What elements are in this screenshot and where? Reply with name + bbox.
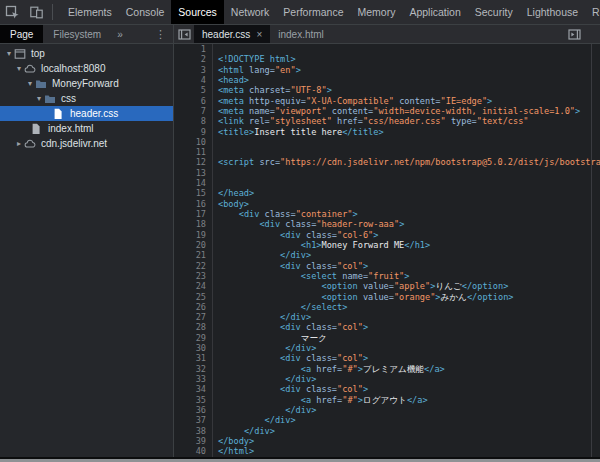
line-number[interactable]: 1 <box>174 44 213 54</box>
code-line: 28 <div class="col"> <box>174 322 600 332</box>
chevron-down-icon[interactable]: ▾ <box>14 65 24 73</box>
main-tab-application[interactable]: Application <box>402 0 467 24</box>
chevron-right-icon[interactable]: ▸ <box>14 140 24 148</box>
tree-item-moneyforward[interactable]: ▾MoneyForward <box>0 76 173 91</box>
line-number[interactable]: 40 <box>174 446 213 456</box>
code-line: 29 マーク <box>174 333 600 343</box>
code-line: 30 </div> <box>174 343 600 353</box>
tree-item-label: MoneyForward <box>52 78 119 89</box>
line-number[interactable]: 4 <box>174 75 213 85</box>
line-number[interactable]: 2 <box>174 54 213 64</box>
line-number[interactable]: 6 <box>174 96 213 106</box>
line-number[interactable]: 8 <box>174 116 213 126</box>
code-line: 17 <div class="container"> <box>174 209 600 219</box>
line-number[interactable]: 39 <box>174 436 213 446</box>
line-number[interactable]: 9 <box>174 127 213 137</box>
line-number[interactable]: 10 <box>174 137 213 147</box>
code-line: 6<meta http-equiv="X-UA-Compatible" cont… <box>174 96 600 106</box>
tree-item-header-css[interactable]: header.css <box>0 106 173 121</box>
tree-item-label: header.css <box>70 108 118 119</box>
close-tab-icon[interactable]: × <box>256 29 262 40</box>
main-tab-memory[interactable]: Memory <box>350 0 402 24</box>
inspect-icon[interactable] <box>0 0 24 24</box>
code-text: <div class="col"> <box>213 322 600 332</box>
chevron-down-icon[interactable]: ▾ <box>34 95 44 103</box>
line-number[interactable]: 30 <box>174 343 213 353</box>
navigator-tab-filesystem[interactable]: Filesystem <box>43 25 111 43</box>
line-number[interactable]: 23 <box>174 271 213 281</box>
code-text: <meta http-equiv="X-UA-Compatible" conte… <box>213 96 600 106</box>
tree-item-css[interactable]: ▾css <box>0 91 173 106</box>
cloud-icon <box>24 138 36 150</box>
chevron-down-icon[interactable]: ▾ <box>25 80 35 88</box>
editor-tab-label: header.css <box>202 29 250 40</box>
main-tab-lighthouse[interactable]: Lighthouse <box>520 0 585 24</box>
line-number[interactable]: 15 <box>174 188 213 198</box>
main-tab-elements[interactable]: Elements <box>61 0 119 24</box>
line-number[interactable]: 38 <box>174 426 213 436</box>
line-number[interactable]: 13 <box>174 168 213 178</box>
line-number[interactable]: 25 <box>174 292 213 302</box>
tree-item-label: cdn.jsdelivr.net <box>41 138 107 149</box>
code-line: 36 </div> <box>174 405 600 415</box>
line-number[interactable]: 5 <box>174 85 213 95</box>
line-number[interactable]: 21 <box>174 250 213 260</box>
editor-tab-index-html[interactable]: index.html <box>270 25 332 43</box>
code-line: 3<html lang="en"> <box>174 65 600 75</box>
navigator-menu-icon[interactable]: ⋮ <box>148 25 173 43</box>
line-number[interactable]: 19 <box>174 230 213 240</box>
main-tab-performance[interactable]: Performance <box>276 0 350 24</box>
code-text: </div> <box>213 250 600 260</box>
navigator-tab-page[interactable]: Page <box>0 25 43 43</box>
line-number[interactable]: 29 <box>174 333 213 343</box>
tree-item-cdn-jsdelivr-net[interactable]: ▸cdn.jsdelivr.net <box>0 136 173 151</box>
editor-tab-header-css[interactable]: header.css× <box>194 25 270 43</box>
line-number[interactable]: 18 <box>174 219 213 229</box>
code-text: </div> <box>213 343 600 353</box>
line-number[interactable]: 37 <box>174 415 213 425</box>
line-number[interactable]: 20 <box>174 240 213 250</box>
main-tab-re[interactable]: Re <box>585 0 600 24</box>
collapse-navigator-icon[interactable] <box>174 25 194 43</box>
devtools-window: ElementsConsoleSourcesNetworkPerformance… <box>0 0 600 462</box>
line-number[interactable]: 34 <box>174 384 213 394</box>
line-number[interactable]: 27 <box>174 312 213 322</box>
device-toolbar-icon[interactable] <box>24 0 48 24</box>
code-text: </div> <box>213 415 600 425</box>
main-tab-network[interactable]: Network <box>224 0 277 24</box>
line-number[interactable]: 35 <box>174 395 213 405</box>
code-line: 27 </div> <box>174 312 600 322</box>
show-debugger-sidebar-icon[interactable] <box>564 25 584 43</box>
line-number[interactable]: 31 <box>174 353 213 363</box>
code-editor[interactable]: 12<!DOCTYPE html>3<html lang="en">4<head… <box>174 44 600 457</box>
navigator-tabs: PageFilesystem <box>0 25 111 43</box>
code-line: 39</body> <box>174 436 600 446</box>
code-line: 12<script src="https://cdn.jsdelivr.net/… <box>174 157 600 167</box>
line-number[interactable]: 7 <box>174 106 213 116</box>
line-number[interactable]: 17 <box>174 209 213 219</box>
code-text: <div class="col"> <box>213 384 600 394</box>
tree-item-index-html[interactable]: index.html <box>0 121 173 136</box>
tree-item-localhost-8080[interactable]: ▾localhost:8080 <box>0 61 173 76</box>
line-number[interactable]: 14 <box>174 178 213 188</box>
code-text <box>213 147 600 157</box>
line-number[interactable]: 33 <box>174 374 213 384</box>
code-line: 20 <h1>Money Forward ME</h1> <box>174 240 600 250</box>
line-number[interactable]: 12 <box>174 157 213 167</box>
line-number[interactable]: 3 <box>174 65 213 75</box>
more-tabs-chevron[interactable]: » <box>111 25 129 43</box>
line-number[interactable]: 26 <box>174 302 213 312</box>
line-number[interactable]: 36 <box>174 405 213 415</box>
main-tab-console[interactable]: Console <box>119 0 172 24</box>
line-number[interactable]: 32 <box>174 364 213 374</box>
scrollbar-track[interactable] <box>591 44 592 457</box>
line-number[interactable]: 22 <box>174 261 213 271</box>
main-tab-sources[interactable]: Sources <box>171 0 224 24</box>
line-number[interactable]: 16 <box>174 199 213 209</box>
chevron-down-icon[interactable]: ▾ <box>4 50 14 58</box>
line-number[interactable]: 28 <box>174 322 213 332</box>
line-number[interactable]: 11 <box>174 147 213 157</box>
line-number[interactable]: 24 <box>174 281 213 291</box>
tree-item-top[interactable]: ▾top <box>0 46 173 61</box>
main-tab-security[interactable]: Security <box>468 0 520 24</box>
